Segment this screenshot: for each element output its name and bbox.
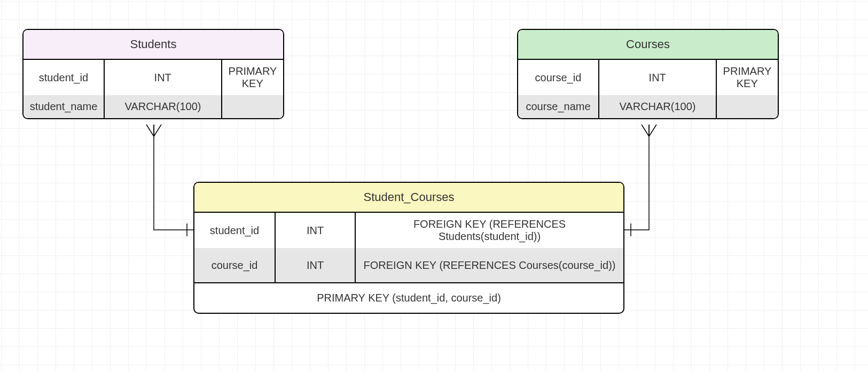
col-name: student_id (194, 213, 275, 248)
table-row: student_id INT FOREIGN KEY (REFERENCES S… (194, 213, 623, 248)
col-key: PRIMARY KEY (221, 60, 283, 95)
col-name: student_id (24, 60, 104, 95)
col-type: INT (275, 248, 355, 282)
table-row: student_name VARCHAR(100) (24, 95, 283, 118)
col-name: course_name (518, 95, 598, 118)
table-row: course_name VARCHAR(100) (518, 95, 778, 118)
col-key: FOREIGN KEY (REFERENCES Students(student… (355, 213, 623, 248)
col-type: INT (598, 60, 716, 95)
col-key: PRIMARY KEY (716, 60, 778, 95)
col-name: student_name (24, 95, 104, 118)
entity-students: Students student_id INT PRIMARY KEY stud… (22, 29, 284, 119)
col-key: FOREIGN KEY (REFERENCES Courses(course_i… (355, 248, 623, 282)
col-key (716, 95, 778, 118)
entity-courses: Courses course_id INT PRIMARY KEY course… (517, 29, 779, 119)
col-type: INT (104, 60, 221, 95)
table-row: course_id INT FOREIGN KEY (REFERENCES Co… (194, 248, 623, 282)
col-type: VARCHAR(100) (598, 95, 716, 118)
entity-students-header: Students (24, 30, 283, 60)
entity-student-courses-footer: PRIMARY KEY (student_id, course_id) (194, 282, 623, 313)
entity-courses-header: Courses (518, 30, 778, 60)
col-type: VARCHAR(100) (104, 95, 221, 118)
col-name: course_id (518, 60, 598, 95)
entity-student-courses: Student_Courses student_id INT FOREIGN K… (193, 182, 624, 314)
col-name: course_id (194, 248, 275, 282)
entity-student-courses-header: Student_Courses (194, 183, 623, 213)
table-row: student_id INT PRIMARY KEY (24, 60, 283, 95)
col-key (221, 95, 283, 118)
table-row: course_id INT PRIMARY KEY (518, 60, 778, 95)
col-type: INT (275, 213, 355, 248)
